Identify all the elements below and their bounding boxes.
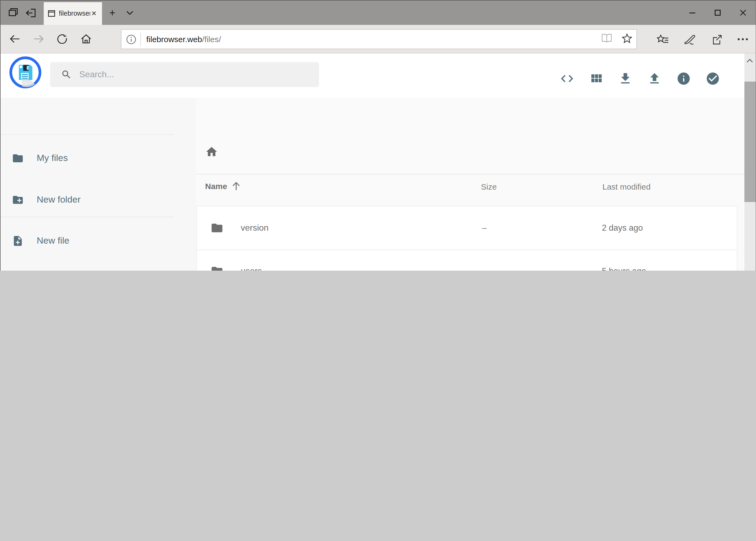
web-note-pen-icon[interactable] [680,28,699,50]
check-circle-icon[interactable] [705,71,720,86]
close-button[interactable] [730,1,755,25]
search-icon [61,69,72,80]
share-icon[interactable] [707,28,726,50]
search-input[interactable] [79,70,319,79]
search-box[interactable] [50,62,319,87]
page-content: My filesNew folderNew fileSettings Name … [1,54,755,270]
page-scrollbar[interactable] [744,54,755,270]
sidebar-divider [1,217,174,217]
folder-plus-icon [12,194,24,206]
sidebar: My filesNew folderNew fileSettings [1,98,196,270]
sidebar-divider [1,135,174,135]
app-header [1,54,744,98]
url-path: /files/ [202,35,221,44]
column-header-modified[interactable]: Last modified [603,182,650,191]
home-button[interactable] [74,25,98,53]
address-bar[interactable]: filebrowser.web/files/ [121,29,637,49]
sidebar-item-label: My files [37,153,68,164]
browser-tab[interactable]: filebrowser ✕ [44,2,102,25]
folder-icon [12,152,24,164]
scrollbar-thumb[interactable] [744,82,755,202]
url-text[interactable]: filebrowser.web/files/ [146,35,601,44]
column-header-size[interactable]: Size [481,182,497,191]
sort-ascending-icon [232,182,240,191]
tab-preview-icon[interactable] [9,8,18,17]
back-button[interactable] [3,25,26,53]
add-favorite-star-icon[interactable] [622,33,632,45]
url-separator [140,32,141,46]
tab-bar: filebrowser ✕ + [1,1,755,25]
browser-window: filebrowser ✕ + [0,0,756,270]
column-name-label: Name [205,182,227,191]
forward-button[interactable] [26,25,50,53]
file-name: users [241,267,457,270]
grid-view-icon[interactable] [589,71,603,86]
sidebar-item-my-files[interactable]: My files [1,146,196,170]
file-row-users[interactable]: users–5 hours ago [196,249,737,270]
upload-icon[interactable] [647,71,661,86]
file-plus-icon [12,235,24,247]
page-icon [48,10,55,17]
file-name: version [241,223,457,233]
scroll-up-icon[interactable] [744,54,755,68]
refresh-button[interactable] [50,25,74,53]
minimize-button[interactable] [679,1,705,25]
column-header-name[interactable]: Name [205,182,240,191]
breadcrumb-home-icon[interactable] [205,145,218,158]
sidebar-item-label: New file [37,236,69,246]
file-row-version[interactable]: version–2 days ago [196,206,737,249]
browser-toolbar: filebrowser.web/files/ ••• [1,25,755,54]
download-icon[interactable] [618,71,632,86]
sidebar-item-new-folder[interactable]: New folder [1,188,196,212]
folder-icon [210,265,223,270]
favorites-hub-icon[interactable] [653,28,672,50]
url-host: filebrowser.web [146,35,202,44]
tab-title: filebrowser [59,10,90,17]
header-divider [196,174,744,175]
site-info-icon[interactable] [122,34,140,44]
file-size: – [482,224,487,233]
folder-icon [210,222,223,235]
file-listing: Name Size Last modified version–2 days a… [196,98,744,270]
sidebar-item-new-file[interactable]: New file [1,229,196,253]
maximize-button[interactable] [705,1,730,25]
tab-close-icon[interactable]: ✕ [90,9,98,18]
sidebar-item-label: New folder [37,195,81,205]
reading-view-icon[interactable] [601,34,612,45]
file-modified: 2 days ago [602,223,643,233]
tab-preview-chevron-icon[interactable] [122,1,137,25]
code-icon[interactable] [560,71,574,86]
file-modified: 5 hours ago [602,267,646,270]
file-size: – [482,267,487,270]
new-tab-button[interactable]: + [103,1,122,25]
filebrowser-logo[interactable] [9,56,42,89]
info-icon[interactable] [676,71,691,86]
set-tabs-aside-icon[interactable] [26,8,36,17]
more-options-icon[interactable]: ••• [734,28,753,50]
